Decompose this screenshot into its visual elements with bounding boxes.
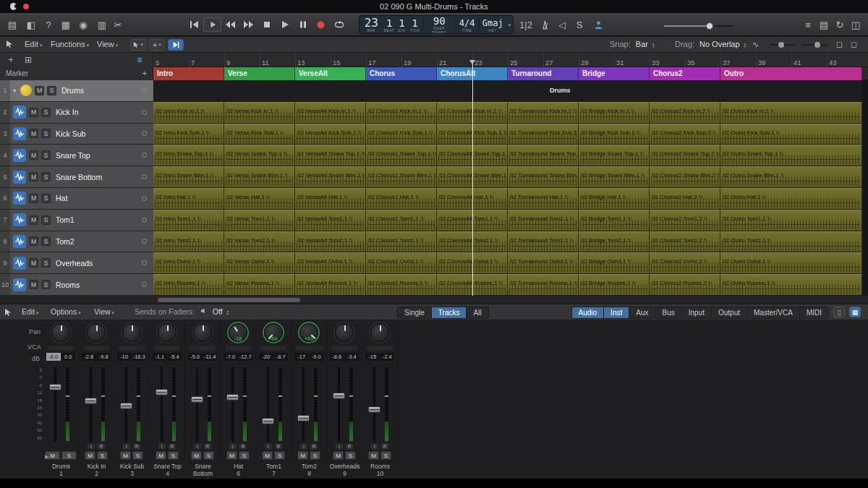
record-enable-button[interactable]: R (168, 443, 176, 450)
pan-knob[interactable] (122, 323, 141, 342)
region[interactable]: 02 Chorus2 Kick In.2↻ (650, 102, 720, 123)
region[interactable]: 02 Chorus1 Ovhd.1↻ (366, 252, 437, 273)
record-enable-button[interactable]: R (97, 443, 106, 450)
mixer-pointer-icon[interactable] (4, 308, 12, 318)
mute-button[interactable]: M (29, 129, 38, 138)
playhead[interactable] (472, 61, 473, 296)
duplicate-track-button[interactable]: ⊞ (22, 54, 35, 66)
input-monitor-button[interactable]: I (87, 443, 95, 450)
region[interactable]: 02 Chorus1 Tom2.1↻ (366, 231, 437, 252)
volume-value[interactable]: -8.6 (330, 353, 344, 361)
vca-slot[interactable] (224, 345, 252, 351)
region[interactable]: 02 Bridge Rooms.1↻ (579, 274, 650, 295)
marker-bridge[interactable]: Bridge (579, 67, 650, 80)
record-enable-dot[interactable] (142, 239, 147, 244)
region[interactable]: 02 Bridge Tom2.1↻ (579, 231, 650, 252)
solo-button[interactable]: S (41, 129, 51, 138)
peak-value[interactable]: -9.8 (97, 353, 111, 361)
peak-value[interactable]: 0.0 (61, 353, 76, 361)
region[interactable]: 02 Outro Tom2.1↻ (720, 231, 862, 252)
solo-button[interactable]: S (61, 451, 77, 460)
region[interactable]: 02 Turnaround Hat.1↻ (508, 188, 579, 209)
volume-value[interactable]: -7.0 (224, 353, 238, 361)
region[interactable]: 02 Bridge Ovhd.1↻ (579, 252, 650, 273)
vca-slot[interactable] (260, 345, 287, 351)
track-header-overheads[interactable]: 9MSOverheads (0, 252, 153, 274)
volume-fader[interactable] (120, 403, 132, 409)
inspector-icon[interactable]: ◧ (23, 18, 39, 31)
region[interactable]: 02 Bridge Kick Sub.1↻ (579, 124, 650, 145)
region[interactable]: 02 Chorus2 Snare Top.2↻ (650, 145, 720, 166)
solo-button[interactable]: S (203, 451, 214, 460)
collaboration-icon[interactable] (590, 18, 606, 31)
add-marker-button[interactable]: + (142, 69, 147, 77)
drag-stepper-icon[interactable]: ▴▾ (744, 42, 746, 48)
solo-off-icon[interactable]: S (571, 18, 587, 31)
track-header-drums[interactable]: 1▾MSDrums (0, 80, 153, 102)
peak-value[interactable]: -2.4 (380, 353, 395, 361)
marker-outro[interactable]: Outro (720, 67, 862, 80)
pan-knob[interactable] (335, 323, 354, 342)
mixer-filter-aux[interactable]: Aux (629, 307, 655, 318)
mute-button[interactable]: M (120, 451, 131, 460)
record-enable-dot[interactable] (142, 153, 147, 158)
snap-control[interactable]: Snap: Bar ▴▾ (610, 40, 655, 48)
volume-fader[interactable] (333, 393, 345, 399)
input-monitor-button[interactable]: I (193, 443, 202, 450)
marker-chorus[interactable]: Chorus (366, 67, 437, 80)
region[interactable]: 02 Intro Snare Btm.1↻ (153, 166, 224, 187)
solo-button[interactable]: S (41, 150, 51, 160)
note-pads-icon[interactable]: ▤ (816, 18, 832, 31)
region[interactable]: 02 Chorus1 Kick Sub.1↻ (366, 124, 437, 145)
mixer-menu-edit[interactable]: Edit▾ (22, 307, 39, 316)
marker-versealt[interactable]: VerseAlt (295, 67, 366, 80)
quick-help-icon[interactable]: ? (41, 18, 56, 31)
mixer-grid-view-icon[interactable]: ▦ (849, 307, 861, 317)
editors-icon[interactable]: ✂ (110, 18, 126, 31)
mixer-filter-midi[interactable]: MIDI (800, 307, 828, 318)
region[interactable]: 02 Turnaround Tom1.1↻ (508, 210, 579, 231)
solo-button[interactable]: S (168, 451, 179, 460)
region[interactable]: 02 Chorus2 Tom1.2↻ (650, 210, 720, 231)
region[interactable]: 02 Chorus2 Rooms.2↻ (650, 274, 720, 295)
catch-playhead-button[interactable] (168, 39, 184, 51)
master-volume-slider[interactable] (664, 25, 733, 27)
volume-fader[interactable] (191, 396, 203, 403)
stop-button[interactable] (258, 17, 276, 33)
mixer-icon[interactable]: ▥ (94, 18, 110, 31)
input-monitor-button[interactable]: I (370, 443, 379, 450)
record-enable-button[interactable]: R (310, 443, 318, 450)
snap-stepper-icon[interactable]: ▴▾ (652, 42, 655, 48)
mixer-filter-master-vca[interactable]: Master/VCA (747, 307, 800, 318)
solo-button[interactable]: S (41, 108, 51, 117)
region[interactable]: 02 Turnaround Tom2.1↻ (508, 231, 579, 252)
track-header-hat[interactable]: 6MSHat (0, 188, 153, 210)
lcd-display[interactable]: 23BAR 1BEAT 1DIV 1TICK 90KEEPTEMPO 4/4TI… (359, 15, 514, 34)
global-tracks-toggle-icon[interactable]: ≡ (133, 54, 146, 66)
solo-button[interactable]: S (41, 172, 51, 181)
marker-intro[interactable]: Intro (153, 67, 224, 80)
mute-button[interactable]: M (333, 451, 344, 460)
track-header-tom1[interactable]: 7MSTom1 (0, 210, 153, 231)
vca-slot[interactable] (189, 345, 216, 351)
mute-button[interactable]: M (29, 150, 38, 160)
volume-value[interactable]: -15 (365, 353, 380, 361)
pan-knob[interactable] (87, 323, 106, 342)
region[interactable]: 02 Verse Ovhd.1↻ (224, 252, 295, 273)
vca-slot[interactable] (366, 345, 393, 351)
region[interactable]: 02 Intro Snare Top.1↻ (153, 145, 224, 166)
bar-ruler[interactable]: 5791113151719212325272931333537394143 (153, 53, 862, 67)
record-enable-button[interactable]: R (274, 443, 283, 450)
region[interactable]: 02 Intro Hat.1↻ (153, 188, 224, 209)
region[interactable]: 02 Bridge Hat.1↻ (579, 188, 650, 209)
peak-value[interactable]: -3.4 (345, 353, 359, 361)
mute-button[interactable]: M (29, 172, 38, 181)
region[interactable]: 02 Outro Kick In.1↻ (720, 102, 862, 123)
record-enable-dot[interactable] (142, 218, 147, 223)
mute-button[interactable]: M (29, 280, 38, 289)
region[interactable]: 02 VerseAlt Ovhd.1↻ (295, 252, 366, 273)
region[interactable]: 02 Chorus2 Kick Sub.2↻ (650, 124, 720, 145)
volume-value[interactable]: -2.8 (82, 353, 96, 361)
region[interactable]: 02 VerseAlt Rooms.1↻ (295, 274, 366, 295)
mute-button[interactable]: M (29, 194, 38, 203)
